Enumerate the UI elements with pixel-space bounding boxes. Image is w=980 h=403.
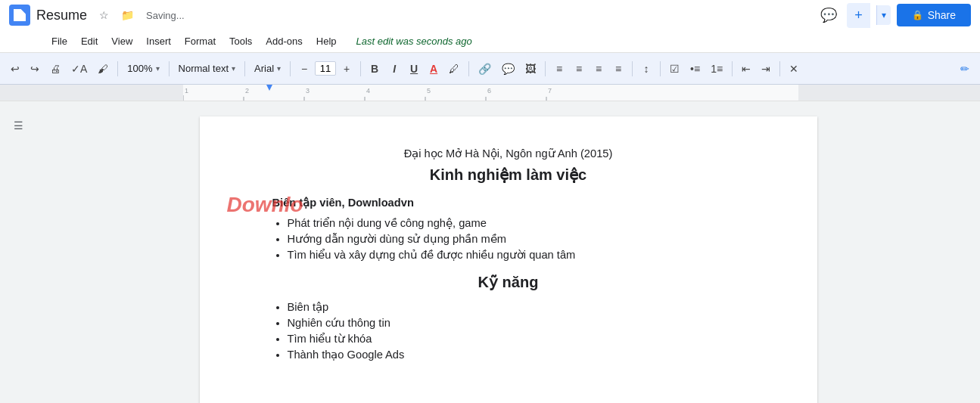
work-bullet-2: Hướng dẫn người dùng sử dụng phần mềm [288, 232, 745, 245]
zoom-value: 100% [127, 63, 152, 74]
clear-format-button[interactable]: ✕ [785, 60, 803, 78]
spellcheck-button[interactable]: ✓A [67, 60, 92, 78]
toolbar-sep-4 [290, 61, 291, 76]
line-spacing-button[interactable]: ↕ [637, 60, 655, 78]
font-label: Arial [254, 63, 274, 74]
app-icon [9, 5, 30, 26]
undo-button[interactable]: ↩ [6, 60, 24, 78]
checklist-button[interactable]: ☑ [665, 60, 684, 78]
text-color-button[interactable]: A [425, 60, 443, 78]
add-content-button[interactable]: + [847, 3, 870, 28]
ruler: 1 2 3 4 5 6 7 [0, 85, 980, 101]
document-page[interactable]: Đại học Mở Hà Nội, Ngôn ngữ Anh (2015) K… [200, 116, 817, 403]
last-edit-status: Last edit was seconds ago [356, 36, 472, 47]
align-right-button[interactable]: ≡ [590, 60, 608, 78]
menu-format[interactable]: Format [179, 33, 222, 50]
skills-bullet-1: Biên tập [288, 300, 745, 313]
work-exp-title: Kinh nghiệm làm việc [272, 166, 745, 184]
toolbar-sep-9 [660, 61, 661, 76]
indent-decrease-button[interactable]: ⇤ [737, 60, 755, 78]
document-area: ☰ Đại học Mở Hà Nội, Ngôn ngữ Anh (2015)… [0, 101, 980, 403]
bold-button[interactable]: B [366, 60, 384, 78]
ruler-right-margin [798, 85, 980, 101]
page-container: Đại học Mở Hà Nội, Ngôn ngữ Anh (2015) K… [36, 101, 980, 403]
style-dropdown[interactable]: Normal text ▾ [174, 60, 240, 76]
title-bar: Resume ☆ 📁 Saving... 💬 + ▾ 🔒 Share [0, 0, 980, 30]
menu-file[interactable]: File [45, 33, 73, 50]
toolbar-sep-11 [779, 61, 780, 76]
job-title-text: Biên tập viên, Downloadvn [272, 197, 414, 209]
font-size-decrease-button[interactable]: − [295, 60, 313, 78]
image-button[interactable]: 🖼 [521, 60, 540, 78]
justify-button[interactable]: ≡ [609, 60, 627, 78]
comment-button[interactable]: 💬 [817, 3, 841, 27]
comment-inline-button[interactable]: 💬 [497, 60, 519, 78]
left-toolbar: ☰ [0, 101, 36, 403]
zoom-dropdown[interactable]: 100% ▾ [123, 60, 163, 76]
doc-title[interactable]: Resume [36, 8, 87, 23]
menu-insert[interactable]: Insert [140, 33, 177, 50]
menu-view[interactable]: View [105, 33, 138, 50]
align-left-button[interactable]: ≡ [550, 60, 568, 78]
underline-button[interactable]: U [405, 60, 423, 78]
star-icon[interactable]: ☆ [96, 8, 112, 23]
zoom-arrow-icon: ▾ [156, 64, 160, 73]
toolbar-sep-5 [360, 61, 361, 76]
toolbar-sep-8 [632, 61, 633, 76]
align-center-button[interactable]: ≡ [570, 60, 588, 78]
outline-toggle-button[interactable]: ☰ [6, 113, 30, 138]
lock-icon: 🔒 [912, 10, 923, 20]
work-bullet-3: Tìm hiểu và xây dựng chủ đề được nhiều n… [288, 248, 745, 261]
share-button[interactable]: 🔒 Share [897, 4, 971, 26]
folder-icon[interactable]: 📁 [118, 8, 137, 23]
toolbar-sep-10 [732, 61, 733, 76]
svg-text:2: 2 [245, 87, 249, 95]
italic-button[interactable]: I [385, 60, 403, 78]
svg-text:1: 1 [185, 87, 188, 95]
work-bullets: Phát triển nội dung về công nghệ, game H… [288, 216, 745, 261]
indent-increase-button[interactable]: ⇥ [757, 60, 775, 78]
font-size-increase-button[interactable]: + [338, 60, 356, 78]
menu-addons[interactable]: Add-ons [260, 33, 308, 50]
skills-bullet-3: Tìm hiểu từ khóa [288, 332, 745, 345]
share-label: Share [928, 9, 956, 21]
menu-edit[interactable]: Edit [75, 33, 104, 50]
svg-marker-14 [266, 85, 272, 91]
ruler-ticks: 1 2 3 4 5 6 7 [183, 85, 798, 101]
font-size-box [315, 61, 336, 76]
bullet-list-button[interactable]: •≡ [686, 60, 705, 78]
svg-text:6: 6 [487, 87, 491, 95]
skills-title: Kỹ năng [272, 273, 745, 291]
style-arrow-icon: ▾ [232, 64, 235, 73]
edit-mode-button[interactable]: ✏ [956, 60, 974, 78]
toolbar-sep-1 [117, 61, 118, 76]
skills-bullets: Biên tập Nghiên cứu thông tin Tìm hiểu t… [288, 300, 745, 361]
svg-text:7: 7 [548, 87, 552, 95]
add-dropdown-button[interactable]: ▾ [876, 5, 891, 25]
university-line: Đại học Mở Hà Nội, Ngôn ngữ Anh (2015) [272, 147, 745, 160]
font-size-input[interactable] [315, 61, 336, 76]
paint-format-button[interactable]: 🖌 [93, 60, 113, 78]
toolbar-sep-6 [468, 61, 469, 76]
link-button[interactable]: 🔗 [474, 60, 496, 78]
toolbar-right: ✏ [956, 60, 974, 78]
ruler-left-margin [0, 85, 183, 101]
menu-bar: File Edit View Insert Format Tools Add-o… [0, 30, 980, 53]
menu-tools[interactable]: Tools [223, 33, 258, 50]
font-dropdown[interactable]: Arial ▾ [250, 60, 285, 76]
menu-help[interactable]: Help [310, 33, 343, 50]
numbered-list-button[interactable]: 1≡ [706, 60, 727, 78]
toolbar-sep-7 [545, 61, 546, 76]
title-icons: ☆ 📁 Saving... [96, 8, 185, 23]
highlight-button[interactable]: 🖊 [444, 60, 464, 78]
print-button[interactable]: 🖨 [45, 60, 65, 78]
svg-text:5: 5 [427, 87, 431, 95]
redo-button[interactable]: ↪ [26, 60, 44, 78]
plus-icon: + [854, 8, 863, 23]
svg-text:4: 4 [366, 87, 370, 95]
job-title-line: Downlo Biên tập viên, Downloadvn [272, 196, 745, 209]
skills-bullet-2: Nghiên cứu thông tin [288, 316, 745, 329]
work-bullet-1: Phát triển nội dung về công nghệ, game [288, 216, 745, 229]
toolbar: ↩ ↪ 🖨 ✓A 🖌 100% ▾ Normal text ▾ Arial ▾ … [0, 53, 980, 85]
title-right: 💬 + ▾ 🔒 Share [817, 3, 971, 28]
